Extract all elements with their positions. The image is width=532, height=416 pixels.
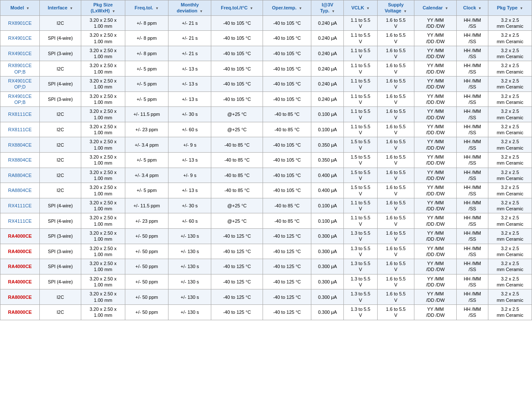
- col-pkgtype[interactable]: Pkg Type ▼: [488, 0, 532, 16]
- cell-freqtoltemp: -40 to 125 °C: [211, 304, 263, 320]
- col-opertemp[interactable]: Oper.temp. ▼: [263, 0, 311, 16]
- cell-clock: HH /MM/SS: [457, 274, 488, 289]
- table-row: RA8804CEI2C3.20 x 2.50 x1.00 mm+/- 3.4 p…: [0, 168, 532, 183]
- col-interface[interactable]: Interface ▼: [40, 0, 81, 16]
- cell-freqtol: +/- 3.4 ppm: [125, 168, 168, 183]
- sort-icon-pkgsize[interactable]: ▼: [112, 9, 115, 13]
- cell-pkgsize: 3.20 x 2.50 x1.00 mm: [81, 122, 125, 137]
- cell-model[interactable]: RA8804CE: [0, 168, 40, 183]
- cell-model[interactable]: RX8804CE: [0, 137, 40, 153]
- col-supplyvoltage[interactable]: SupplyVoltage ▼: [377, 0, 414, 16]
- cell-interface: I2C: [40, 153, 81, 168]
- cell-i3v: 0.240 μA: [311, 91, 344, 107]
- cell-model[interactable]: RA4000CE: [0, 229, 40, 244]
- sort-icon-monthlydev[interactable]: ▼: [200, 9, 203, 13]
- cell-model[interactable]: RA4000CE: [0, 259, 40, 274]
- cell-model[interactable]: RA8000CE: [0, 289, 40, 305]
- cell-freqtoltemp: @+25 °C: [211, 213, 263, 229]
- table-row: RA4000CESPI (3-wire)3.20 x 2.50 x1.00 mm…: [0, 244, 532, 259]
- cell-model[interactable]: RX4901CE: [0, 31, 40, 46]
- sort-icon-freqtol[interactable]: ▼: [155, 6, 159, 10]
- cell-calendar: YY /MM/DD /DW: [414, 304, 457, 320]
- cell-model[interactable]: RA4000CE: [0, 244, 40, 259]
- cell-calendar: YY /MM/DD /DW: [414, 198, 457, 213]
- cell-model[interactable]: RA8000CE: [0, 304, 40, 320]
- cell-freqtol: +/- 11.5 ppm: [125, 107, 168, 122]
- cell-pkgsize: 3.20 x 2.50 x1.00 mm: [81, 91, 125, 107]
- sort-icon-freqtoltemp[interactable]: ▼: [250, 6, 253, 10]
- cell-monthlydev: +/- 130 s: [168, 274, 211, 289]
- cell-i3v: 0.350 μA: [311, 153, 344, 168]
- cell-freqtol: +/- 50 ppm: [125, 259, 168, 274]
- cell-calendar: YY /MM/DD /DW: [414, 289, 457, 305]
- cell-opertemp: -40 to 105 °C: [263, 46, 311, 61]
- cell-monthlydev: +/- 130 s: [168, 289, 211, 305]
- cell-clock: HH /MM/SS: [457, 61, 488, 77]
- cell-model[interactable]: RA4000CE: [0, 274, 40, 289]
- cell-model[interactable]: RX4111CE: [0, 213, 40, 229]
- col-freqtol[interactable]: Freq.tol. ▼: [125, 0, 168, 16]
- col-clock[interactable]: Clock ▼: [457, 0, 488, 16]
- cell-freqtoltemp: -40 to 125 °C: [211, 244, 263, 259]
- sort-icon-clock[interactable]: ▼: [478, 6, 482, 10]
- cell-model[interactable]: RX8901CEOP;B: [0, 61, 40, 77]
- cell-pkgtype: 3.2 x 2.5mm Ceramic: [488, 183, 532, 198]
- sort-icon-model[interactable]: ▼: [26, 6, 30, 10]
- cell-freqtol: +/- 11.5 ppm: [125, 198, 168, 213]
- col-pkgsize[interactable]: Pkg Size(LxWxH) ▼: [81, 0, 125, 16]
- cell-clock: HH /MM/SS: [457, 31, 488, 46]
- cell-pkgtype: 3.2 x 2.5mm Ceramic: [488, 304, 532, 320]
- cell-freqtol: +/- 5 ppm: [125, 61, 168, 77]
- cell-freqtoltemp: -40 to 105 °C: [211, 46, 263, 61]
- sort-icon-interface[interactable]: ▼: [70, 6, 73, 10]
- cell-model[interactable]: RX4111CE: [0, 198, 40, 213]
- cell-supplyvoltage: 1.6 to 5.5V: [377, 229, 414, 244]
- cell-i3v: 0.300 μA: [311, 289, 344, 305]
- cell-opertemp: -40 to 85 °C: [263, 122, 311, 137]
- cell-vclk: 1.3 to 5.5V: [344, 259, 377, 274]
- col-calendar[interactable]: Calendar ▼: [414, 0, 457, 16]
- cell-model[interactable]: RX4901CEOP;B: [0, 91, 40, 107]
- col-vclk[interactable]: VCLK ▼: [344, 0, 377, 16]
- cell-model[interactable]: RX4901CE: [0, 46, 40, 61]
- cell-model[interactable]: RX8804CE: [0, 153, 40, 168]
- cell-vclk: 1.3 to 5.5V: [344, 229, 377, 244]
- cell-interface: I2C: [40, 15, 81, 31]
- sort-icon-pkgtype[interactable]: ▼: [520, 6, 523, 10]
- cell-model[interactable]: RX8901CE: [0, 15, 40, 31]
- cell-freqtol: +/- 50 ppm: [125, 229, 168, 244]
- sort-icon-opertemp[interactable]: ▼: [299, 6, 302, 10]
- table-row: RX4901CESPI (4-wire)3.20 x 2.50 x1.00 mm…: [0, 31, 532, 46]
- col-i3v[interactable]: I@3VTyp. ▼: [311, 0, 344, 16]
- col-model[interactable]: Model ▼: [0, 0, 40, 16]
- cell-supplyvoltage: 1.6 to 5.5V: [377, 289, 414, 305]
- model-label: RX4111CE: [8, 218, 32, 224]
- col-freqtoltemp[interactable]: Freq.tol./t°C ▼: [211, 0, 263, 16]
- cell-vclk: 1.1 to 5.5V: [344, 77, 377, 92]
- cell-freqtoltemp: -40 to 125 °C: [211, 289, 263, 305]
- cell-pkgtype: 3.2 x 2.5mm Ceramic: [488, 274, 532, 289]
- model-label: RX4111CE: [8, 203, 32, 208]
- cell-vclk: 1.3 to 5.5V: [344, 244, 377, 259]
- cell-opertemp: -40 to 125 °C: [263, 289, 311, 305]
- sort-icon-i3v[interactable]: ▼: [331, 9, 335, 13]
- cell-pkgsize: 3.20 x 2.50 x1.00 mm: [81, 137, 125, 153]
- cell-opertemp: -40 to 105 °C: [263, 168, 311, 183]
- cell-interface: SPI (4-wire): [40, 77, 81, 92]
- cell-freqtoltemp: -40 to 85 °C: [211, 168, 263, 183]
- cell-model[interactable]: RX4901CEOP;D: [0, 77, 40, 92]
- cell-pkgtype: 3.2 x 2.5mm Ceramic: [488, 61, 532, 77]
- cell-calendar: YY /MM/DD /DW: [414, 77, 457, 92]
- cell-pkgtype: 3.2 x 2.5mm Ceramic: [488, 168, 532, 183]
- cell-vclk: 1.1 to 5.5V: [344, 15, 377, 31]
- sort-icon-calendar[interactable]: ▼: [445, 6, 448, 10]
- cell-model[interactable]: RA8804CE: [0, 183, 40, 198]
- cell-model[interactable]: RX8111CE: [0, 107, 40, 122]
- cell-model[interactable]: RX8111CE: [0, 122, 40, 137]
- sort-icon-supplyvoltage[interactable]: ▼: [404, 9, 407, 13]
- cell-clock: HH /MM/SS: [457, 229, 488, 244]
- sort-icon-vclk[interactable]: ▼: [366, 6, 369, 10]
- col-monthlydev[interactable]: Monthlydeviation ▼: [168, 0, 211, 16]
- cell-supplyvoltage: 1.6 to 5.5V: [377, 61, 414, 77]
- cell-opertemp: -40 to 105 °C: [263, 91, 311, 107]
